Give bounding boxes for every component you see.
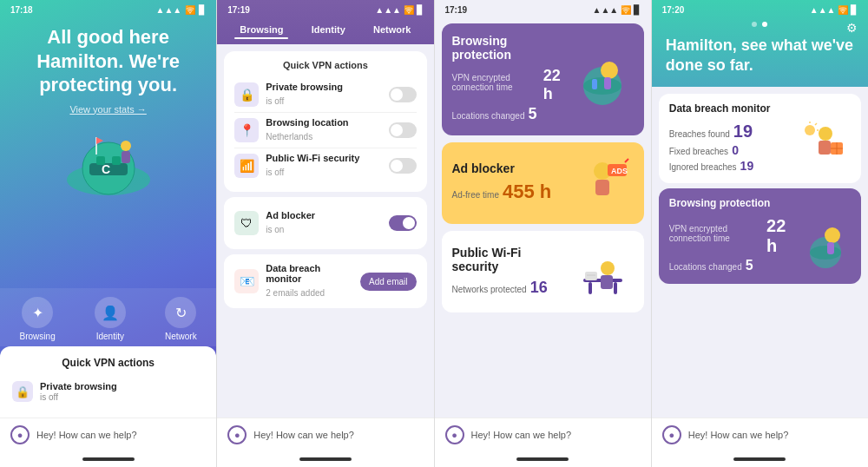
- time-1: 17:18: [10, 5, 33, 15]
- tab-network-label: Network: [165, 332, 197, 341]
- nav-tabs: ✦ Browsing 👤 Identity ↻ Network: [0, 288, 216, 346]
- vpn-label: VPN encrypted connection time: [452, 73, 540, 92]
- vpn-value-4: 22 h: [766, 216, 793, 256]
- svg-point-12: [583, 77, 621, 95]
- db-text: Data breach monitor 2 emails added: [266, 263, 353, 299]
- svg-point-38: [810, 246, 841, 260]
- browsing-stat-info: Browsing protection VPN encrypted connec…: [452, 34, 566, 125]
- svg-rect-26: [585, 272, 597, 280]
- wifi-2: 🛜: [404, 5, 414, 15]
- chat-text-4: Hey! How can we help?: [688, 430, 789, 440]
- ws-icon: 📶: [234, 154, 259, 178]
- svg-rect-5: [112, 156, 121, 165]
- svg-point-39: [825, 227, 840, 243]
- wifi-svg: [575, 244, 631, 300]
- private-browsing-text: Private browsing is off: [40, 381, 117, 402]
- bl-toggle[interactable]: [389, 122, 417, 138]
- wifi-title: Public Wi-Fi security: [452, 246, 566, 273]
- net-label: Networks protected: [452, 285, 527, 294]
- browsing-icon: ✦: [22, 297, 53, 328]
- ad-blocker-card: 🛡 Ad blocker is on: [224, 197, 426, 249]
- chat-bar-3[interactable]: ● Hey! How can we help?: [435, 418, 651, 451]
- identity-icon: 👤: [95, 297, 126, 328]
- tab-identity-2[interactable]: Identity: [306, 22, 351, 37]
- signal-4: ▲▲▲: [810, 5, 836, 15]
- loc-value-4: 5: [746, 258, 753, 273]
- bl-text: Browsing location Netherlands: [266, 117, 381, 143]
- screen-4: 17:20 ▲▲▲ 🛜 ▊ ⚙ Hamilton, see what we've…: [651, 0, 868, 467]
- page-dots: [652, 16, 868, 29]
- net-stat-row: Networks protected 16: [452, 279, 566, 297]
- private-browsing-row[interactable]: 🔒 Private browsing is off: [234, 77, 416, 112]
- svg-rect-23: [614, 282, 617, 294]
- wifi-icon: 🛜: [185, 5, 195, 15]
- vpn-row-4: VPN encrypted connection time 22 h: [669, 216, 793, 256]
- breach-info: Breaches found 19 Fixed breaches 0 Ignor…: [669, 120, 793, 174]
- breach-row: Breaches found 19 Fixed breaches 0 Ignor…: [669, 120, 851, 174]
- battery-4: ▊: [851, 5, 858, 15]
- screen-3: 17:19 ▲▲▲ 🛜 ▊ Browsing protection VPN en…: [434, 0, 651, 467]
- wifi-stat-card: Public Wi-Fi security Networks protected…: [442, 231, 644, 312]
- chat-bar-2[interactable]: ● Hey! How can we help?: [217, 418, 433, 451]
- tab-identity[interactable]: 👤 Identity: [95, 297, 126, 341]
- quick-vpn-title: Quick VPN actions: [234, 60, 416, 70]
- tab-identity-label: Identity: [96, 332, 124, 341]
- ab-toggle[interactable]: [389, 215, 417, 231]
- chat-bar-1[interactable]: ● Hey! How can we help?: [0, 418, 216, 451]
- svg-rect-40: [827, 242, 834, 254]
- breach-illustration: [799, 121, 851, 173]
- add-email-button[interactable]: Add email: [360, 273, 416, 291]
- battery-3: ▊: [634, 5, 641, 15]
- network-icon: ↻: [165, 297, 196, 328]
- home-bar-3: [516, 457, 569, 461]
- svg-rect-22: [589, 282, 592, 294]
- browsing-loc-row[interactable]: 📍 Browsing location Netherlands: [234, 112, 416, 148]
- tab-network-2[interactable]: Network: [368, 22, 416, 37]
- view-stats-link[interactable]: View your stats →: [69, 104, 146, 115]
- tab-network[interactable]: ↻ Network: [165, 297, 197, 341]
- ab-icon: 🛡: [234, 211, 259, 235]
- ad-svg: ADS: [575, 155, 631, 212]
- svg-point-33: [805, 125, 815, 135]
- home-indicator-2: [217, 451, 433, 467]
- private-browsing-item[interactable]: 🔒 Private browsing is off: [12, 376, 204, 407]
- ignored-value: 19: [740, 159, 754, 173]
- svg-point-7: [121, 141, 131, 151]
- browsing-title: Browsing protection: [452, 34, 566, 62]
- fixed-value: 0: [732, 143, 739, 157]
- svg-point-24: [601, 261, 615, 275]
- loc-label: Locations changed: [452, 111, 525, 121]
- status-bar-1: 17:18 ▲▲▲ 🛜 ▊: [0, 0, 216, 16]
- settings-icon[interactable]: ⚙: [846, 21, 858, 35]
- breaches-label: Breaches found: [669, 129, 730, 139]
- chat-bar-4[interactable]: ● Hey! How can we help?: [652, 418, 868, 451]
- svg-point-28: [819, 127, 832, 141]
- ws-text: Public Wi-Fi security is off: [266, 153, 381, 179]
- home-bar-4: [733, 457, 786, 461]
- tab-browsing-2[interactable]: Browsing: [234, 22, 288, 37]
- vpn-label-4: VPN encrypted connection time: [669, 224, 763, 243]
- ad-blocker-stat-card: Ad blocker Ad-free time 455 h ADS: [442, 142, 644, 224]
- chat-icon-4: ●: [662, 425, 681, 444]
- dot-2: [762, 22, 767, 27]
- ws-toggle[interactable]: [389, 158, 417, 174]
- status-icons-2: ▲▲▲ 🛜 ▊: [375, 5, 423, 15]
- loc-value: 5: [528, 105, 536, 123]
- svg-point-13: [601, 62, 618, 79]
- home-bar-2: [299, 457, 352, 461]
- pb-toggle[interactable]: [389, 87, 417, 102]
- tab-browsing-label: Browsing: [20, 332, 56, 341]
- svg-line-35: [815, 123, 817, 125]
- tab-browsing[interactable]: ✦ Browsing: [20, 297, 56, 341]
- browsing-protection-card-4: Browsing protection VPN encrypted connec…: [659, 188, 861, 284]
- browsing-info-4: VPN encrypted connection time 22 h Locat…: [669, 214, 793, 275]
- status-bar-2: 17:19 ▲▲▲ 🛜 ▊: [217, 0, 433, 16]
- pb-text: Private browsing is off: [266, 82, 381, 108]
- wifi-sec-row[interactable]: 📶 Public Wi-Fi security is off: [234, 148, 416, 183]
- ad-illustration: ADS: [573, 153, 634, 214]
- ad-blocker-row[interactable]: 🛡 Ad blocker is on: [234, 206, 416, 240]
- svg-text:ADS: ADS: [611, 167, 628, 175]
- time-4: 17:20: [662, 5, 685, 15]
- time-2: 17:19: [227, 5, 250, 15]
- signal-icon: ▲▲▲: [156, 5, 182, 15]
